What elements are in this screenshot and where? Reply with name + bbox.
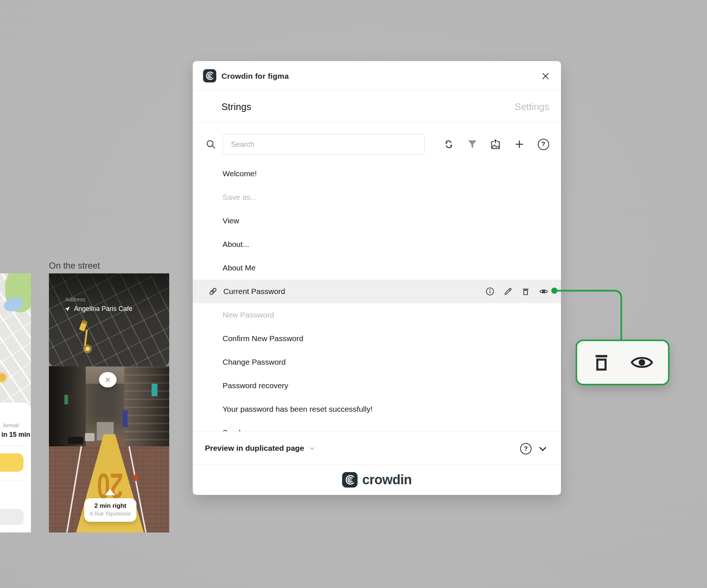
- string-text: Current Password: [223, 287, 285, 296]
- plugin-header: Crowdin for figma: [193, 61, 561, 91]
- string-row[interactable]: Your password has been reset successfull…: [193, 397, 561, 421]
- crowdin-plugin-window: Crowdin for figma Strings Settings: [193, 61, 561, 495]
- teal-sign: [152, 384, 157, 396]
- arrival-value: in 15 min: [1, 431, 30, 439]
- address-label: Address: [65, 296, 85, 302]
- string-row[interactable]: New Password: [193, 303, 561, 327]
- canvas-frame-title: On the street: [49, 261, 100, 271]
- yellow-action-button[interactable]: [0, 453, 24, 472]
- tab-settings[interactable]: Settings: [515, 91, 549, 123]
- traffic-cone: [133, 471, 139, 481]
- string-row[interactable]: Confirm New Password: [193, 327, 561, 350]
- building-right-floors: [124, 366, 169, 450]
- tab-strings[interactable]: Strings: [221, 91, 251, 123]
- chevron-down-small-icon: [309, 445, 315, 451]
- secondary-button[interactable]: [0, 509, 24, 525]
- divider: [0, 481, 28, 481]
- direction-arrow: [105, 489, 115, 495]
- blue-sign: [122, 410, 128, 427]
- search-icon: [205, 139, 216, 150]
- help-icon[interactable]: ?: [537, 138, 550, 151]
- preview-mode-selector[interactable]: Preview in duplicated page: [205, 432, 315, 465]
- direction-card: 2 min right 6 Rue Tiquetonne: [84, 498, 136, 522]
- strings-list: Welcome! Save as... View About... About …: [193, 162, 561, 431]
- overview-map-card: Address Angelina Paris Cafe: [49, 273, 169, 366]
- link-icon: [208, 287, 218, 296]
- dismiss-map-button[interactable]: [99, 372, 117, 387]
- taxi-marker: [0, 373, 6, 382]
- arrival-label: Arrival: [3, 422, 19, 428]
- string-row[interactable]: About Me: [193, 256, 561, 280]
- van: [85, 433, 95, 441]
- search-input[interactable]: [223, 134, 425, 155]
- parked-car: [68, 437, 84, 444]
- preview-label: Preview in duplicated page: [205, 444, 304, 453]
- crowdin-logo-icon: [203, 69, 216, 82]
- mini-map: [0, 273, 31, 403]
- left-phone-frame[interactable]: Arrival in 15 min: [0, 273, 31, 532]
- trash-icon-large: [592, 352, 611, 373]
- green-sign: [64, 395, 68, 404]
- tab-bar: Strings Settings: [193, 91, 561, 123]
- string-row-selected[interactable]: Current Password: [193, 280, 561, 303]
- sync-icon[interactable]: [442, 138, 455, 151]
- string-row[interactable]: View: [193, 209, 561, 233]
- preview-section: Preview in duplicated page ?: [193, 431, 561, 464]
- export-image-icon[interactable]: [489, 138, 502, 151]
- string-row[interactable]: About...: [193, 233, 561, 256]
- plugin-footer: crowdin: [193, 464, 561, 495]
- close-icon[interactable]: [540, 71, 551, 82]
- chevron-down-icon[interactable]: [538, 444, 548, 454]
- address-value: Angelina Paris Cafe: [74, 305, 132, 313]
- plugin-title: Crowdin for figma: [221, 61, 289, 91]
- street-phone-frame[interactable]: 20 2 min right 6 Rue Tiquetonne Address …: [49, 273, 169, 532]
- delete-icon[interactable]: [521, 287, 530, 296]
- string-row-partial[interactable]: Send: [193, 421, 561, 431]
- filter-icon[interactable]: [466, 138, 479, 151]
- preview-eye-icon[interactable]: [539, 287, 548, 296]
- add-string-icon[interactable]: [513, 138, 526, 151]
- preview-help-icon[interactable]: ?: [520, 443, 532, 454]
- string-row[interactable]: Save as...: [193, 185, 561, 209]
- string-row[interactable]: Change Password: [193, 350, 561, 374]
- direction-text: 2 min right: [84, 502, 136, 510]
- divider: [0, 446, 28, 446]
- street-name: 6 Rue Tiquetonne: [84, 511, 136, 517]
- nav-arrow-icon: [64, 306, 70, 312]
- eye-icon-large: [630, 354, 654, 371]
- info-icon[interactable]: [485, 287, 495, 296]
- string-row[interactable]: Welcome!: [193, 162, 561, 185]
- crowdin-wordmark: crowdin: [362, 472, 412, 488]
- edit-icon[interactable]: [503, 287, 513, 296]
- crowdin-footer-logo-icon: [342, 472, 358, 488]
- callout-box: [576, 340, 669, 385]
- destination-glow: [83, 344, 92, 354]
- string-row[interactable]: Password recovery: [193, 374, 561, 397]
